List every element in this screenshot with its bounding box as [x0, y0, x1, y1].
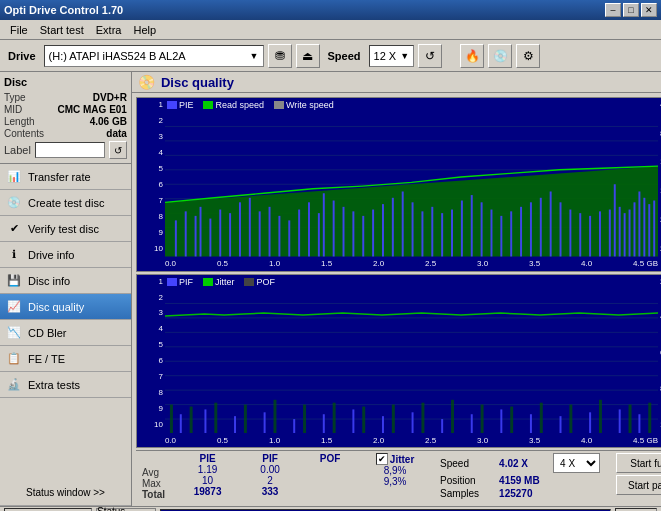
svg-rect-56	[614, 184, 616, 256]
x2-30: 3.0	[477, 436, 488, 445]
svg-rect-27	[333, 201, 335, 257]
contents-label: Contents	[4, 128, 44, 139]
menu-help[interactable]: Help	[127, 22, 162, 38]
start-part-button[interactable]: Start part	[616, 475, 661, 495]
svg-rect-89	[619, 409, 621, 433]
stats-pie-col: PIE 1.19 10 19873	[185, 453, 230, 497]
settings-button[interactable]: ⚙	[516, 44, 540, 68]
svg-rect-77	[264, 412, 266, 433]
y1-label-2: 2	[139, 116, 163, 125]
svg-rect-96	[303, 404, 306, 433]
speed-label: Speed	[324, 50, 365, 62]
x1-40: 4.0	[581, 259, 592, 268]
stats-pif-max: 2	[267, 475, 273, 486]
svg-rect-92	[190, 406, 193, 433]
chart1-x-axis: 0.0 0.5 1.0 1.5 2.0 2.5 3.0 3.5 4.0 4.5 …	[165, 257, 658, 271]
legend-pie: PIE	[167, 100, 194, 110]
window-controls: – □ ✕	[605, 3, 657, 17]
svg-rect-37	[431, 207, 433, 257]
svg-rect-106	[599, 399, 602, 433]
type-label: Type	[4, 92, 26, 103]
drive-dropdown[interactable]: (H:) ATAPI iHAS524 B AL2A ▼	[44, 45, 264, 67]
drive-icon-button[interactable]: ⛃	[268, 44, 292, 68]
svg-rect-55	[609, 210, 611, 257]
maximize-button[interactable]: □	[623, 3, 639, 17]
svg-rect-100	[421, 402, 424, 433]
eject-button[interactable]: ⏏	[296, 44, 320, 68]
minimize-button[interactable]: –	[605, 3, 621, 17]
stats-pof-max	[329, 475, 332, 486]
legend-writespeed: Write speed	[274, 100, 334, 110]
y2-label-10: 10	[139, 420, 163, 429]
disc-button[interactable]: 💿	[488, 44, 512, 68]
fe-te-label: FE / TE	[28, 353, 65, 365]
speed-arrow: ▼	[400, 51, 409, 61]
refresh-button[interactable]: ↺	[418, 44, 442, 68]
stats-jitter-max: 9,3%	[384, 476, 407, 487]
sidebar-item-cd-bler[interactable]: 📉 CD Bler	[0, 320, 131, 346]
status-window-button[interactable]: Status window >>	[0, 480, 131, 506]
svg-rect-97	[333, 402, 336, 433]
sidebar-item-verify-test-disc[interactable]: ✔ Verify test disc	[0, 216, 131, 242]
svg-rect-84	[471, 414, 473, 433]
svg-rect-48	[540, 198, 542, 257]
sidebar-item-transfer-rate[interactable]: 📊 Transfer rate	[0, 164, 131, 190]
svg-rect-17	[239, 202, 241, 256]
sidebar-item-drive-info[interactable]: ℹ Drive info	[0, 242, 131, 268]
stats-pie-total: 19873	[194, 486, 222, 497]
sidebar-item-create-test-disc[interactable]: 💿 Create test disc	[0, 190, 131, 216]
legend-jitter-label: Jitter	[215, 277, 235, 287]
menu-start-test[interactable]: Start test	[34, 22, 90, 38]
label-label: Label	[4, 144, 31, 156]
contents-value: data	[106, 128, 127, 139]
transfer-rate-label: Transfer rate	[28, 171, 91, 183]
speed-value: 12 X	[374, 50, 397, 62]
svg-rect-51	[569, 210, 571, 257]
chart2-legend: PIF Jitter POF	[167, 277, 275, 287]
svg-rect-104	[540, 402, 543, 433]
x2-05: 0.5	[217, 436, 228, 445]
y1-label-7: 7	[139, 196, 163, 205]
label-input[interactable]	[35, 142, 105, 158]
stats-pie-avg: 1.19	[198, 464, 217, 475]
speed-dropdown[interactable]: 12 X ▼	[369, 45, 415, 67]
speed-select-control[interactable]: 4 X 8 X 12 X	[553, 453, 600, 473]
svg-rect-35	[412, 202, 414, 256]
x1-10: 1.0	[269, 259, 280, 268]
legend-readspeed: Read speed	[203, 100, 264, 110]
sidebar-item-disc-info[interactable]: 💾 Disc info	[0, 268, 131, 294]
chart1-legend: PIE Read speed Write speed	[167, 100, 334, 110]
start-full-button[interactable]: Start full	[616, 453, 661, 473]
content-area: 📀 Disc quality PIE Read speed	[132, 72, 661, 506]
svg-rect-53	[589, 216, 591, 257]
legend-writespeed-color	[274, 101, 284, 109]
start-buttons: Start full Start part	[616, 453, 661, 495]
stats-bar: Avg Max Total PIE 1.19 10 19873 PIF 0.00…	[136, 450, 661, 502]
sidebar-item-fe-te[interactable]: 📋 FE / TE	[0, 346, 131, 372]
stats-pif-avg: 0.00	[260, 464, 279, 475]
time-display: 13:59	[615, 508, 657, 512]
speed-stat-row: Speed 4.02 X 4 X 8 X 12 X	[440, 453, 600, 473]
close-button[interactable]: ✕	[641, 3, 657, 17]
extra-tests-icon: 🔬	[6, 377, 22, 393]
chart-pif: PIF Jitter POF 10 9 8 7	[136, 274, 661, 449]
x1-35: 3.5	[529, 259, 540, 268]
menu-extra[interactable]: Extra	[90, 22, 128, 38]
position-stat-label: Position	[440, 475, 495, 486]
status-bar: Test completed Status window >> 100.0% 1…	[0, 506, 661, 511]
drive-dropdown-arrow: ▼	[250, 51, 259, 61]
extra-tests-label: Extra tests	[28, 379, 80, 391]
sidebar-item-disc-quality[interactable]: 📈 Disc quality	[0, 294, 131, 320]
x1-0: 0.0	[165, 259, 176, 268]
sidebar-item-extra-tests[interactable]: 🔬 Extra tests	[0, 372, 131, 398]
burn-button[interactable]: 🔥	[460, 44, 484, 68]
legend-pof-label: POF	[256, 277, 275, 287]
status-window-btn[interactable]: Status window >>	[96, 508, 156, 512]
disc-mid-row: MID CMC MAG E01	[4, 104, 127, 115]
svg-rect-74	[180, 414, 182, 433]
svg-rect-21	[278, 216, 280, 257]
jitter-checkbox[interactable]: ✔	[376, 453, 388, 465]
menu-file[interactable]: File	[4, 22, 34, 38]
svg-rect-44	[500, 216, 502, 257]
label-refresh-button[interactable]: ↺	[109, 141, 127, 159]
